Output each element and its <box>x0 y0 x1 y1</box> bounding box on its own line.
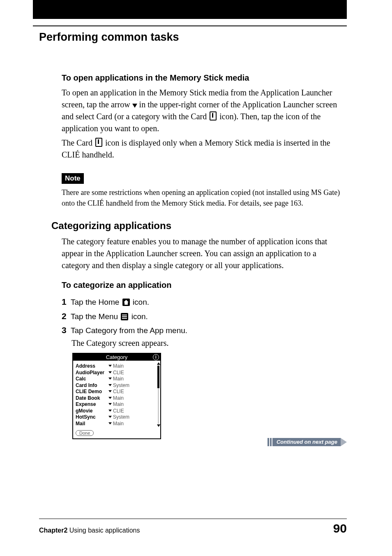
list-item: Expense <box>76 401 108 408</box>
home-icon <box>122 299 130 306</box>
dropdown-icon <box>108 365 112 367</box>
header-black-bar <box>33 0 347 19</box>
card-icon <box>95 138 102 147</box>
dropdown-icon <box>108 422 112 424</box>
dropdown-icon <box>108 371 112 373</box>
screen-title: Category <box>106 354 128 360</box>
continued-arrow-icon <box>341 438 347 446</box>
list-item: Card Info <box>76 382 108 389</box>
paragraph-1: To open an application in the Memory Sti… <box>62 87 345 134</box>
done-button: Done <box>76 430 94 436</box>
card-icon <box>210 111 217 120</box>
heading-to-categorize: To categorize an application <box>62 280 345 290</box>
dropdown-icon <box>108 410 112 412</box>
footer-rule <box>39 519 347 519</box>
text: The Card <box>62 138 95 147</box>
list-item: gMovie <box>76 408 108 415</box>
text: Tap the Home <box>71 298 122 306</box>
step-number: 2 <box>62 309 71 324</box>
dropdown-icon <box>108 384 112 386</box>
page-number: 90 <box>333 521 347 535</box>
list-item: HotSync <box>76 414 108 421</box>
down-triangle-icon <box>132 104 137 108</box>
page-title: Performing common tasks <box>39 31 179 44</box>
app-name-column: Address AudioPlayer Calc Card Info CLIE … <box>76 363 108 427</box>
list-item: Main <box>108 395 158 402</box>
menu-icon <box>121 313 128 320</box>
continued-text: Continued on next page <box>272 438 341 446</box>
heading-categorizing: Categorizing applications <box>51 220 345 232</box>
dropdown-icon <box>108 378 112 380</box>
paragraph-cat: The category feature enables you to mana… <box>62 236 345 271</box>
continued-banner: Continued on next page <box>267 438 347 446</box>
chapter-label: Chapter2 Using basic applications <box>39 527 140 534</box>
list-item: Calc <box>76 376 108 382</box>
list-item: System <box>108 414 158 421</box>
dropdown-icon <box>108 416 112 418</box>
page-footer: Chapter2 Using basic applications 90 <box>39 521 347 535</box>
text: icon. <box>131 298 149 306</box>
step-2: 2Tap the Menu icon. <box>62 309 345 324</box>
category-screen: Category i Address AudioPlayer Calc Card… <box>72 353 161 439</box>
header-rule <box>33 25 347 26</box>
list-item: Main <box>108 363 158 370</box>
step-number: 1 <box>62 295 71 309</box>
main-content: To open applications in the Memory Stick… <box>62 73 345 439</box>
text: icon. <box>129 312 148 321</box>
list-item: System <box>108 382 158 389</box>
list-item: CLIE <box>108 389 158 395</box>
screen-body: Address AudioPlayer Calc Card Info CLIE … <box>73 361 160 429</box>
list-item: CLIE Demo <box>76 389 108 395</box>
scroll-down-icon <box>157 424 160 427</box>
heading-open-apps: To open applications in the Memory Stick… <box>62 73 345 83</box>
scrollbar <box>157 362 159 427</box>
steps-list: 1Tap the Home icon. 2Tap the Menu icon. … <box>62 295 345 348</box>
list-item: Main <box>108 401 158 408</box>
list-item: Main <box>108 421 158 427</box>
dropdown-icon <box>108 403 112 405</box>
note-text: There are some restrictions when opening… <box>62 187 345 208</box>
list-item: AudioPlayer <box>76 370 108 376</box>
info-icon: i <box>153 354 159 360</box>
screen-title-bar: Category i <box>73 354 160 361</box>
text: Tap Category from the App menu. <box>71 326 187 335</box>
step-1: 1Tap the Home icon. <box>62 295 345 309</box>
step-follow: The Category screen appears. <box>71 338 345 348</box>
document-page: Performing common tasks To open applicat… <box>0 0 392 556</box>
scroll-thumb <box>157 366 159 388</box>
decor-bar <box>270 438 272 446</box>
step-3: 3Tap Category from the App menu. <box>62 323 345 338</box>
list-item: Address <box>76 363 108 370</box>
list-item: CLIE <box>108 370 158 376</box>
decor-bar <box>267 438 269 446</box>
note-badge: Note <box>62 173 84 184</box>
text: Tap the Menu <box>71 312 120 321</box>
category-column: Main CLIE Main System CLIE Main Main CLI… <box>108 363 158 427</box>
list-item: Main <box>108 376 158 382</box>
dropdown-icon <box>108 390 112 392</box>
paragraph-2: The Card icon is displayed only when a M… <box>62 137 345 161</box>
list-item: CLIE <box>108 408 158 415</box>
list-item: Mail <box>76 421 108 427</box>
list-item: Date Book <box>76 395 108 402</box>
dropdown-icon <box>108 397 112 399</box>
step-number: 3 <box>62 323 71 338</box>
scroll-up-icon <box>157 362 160 365</box>
